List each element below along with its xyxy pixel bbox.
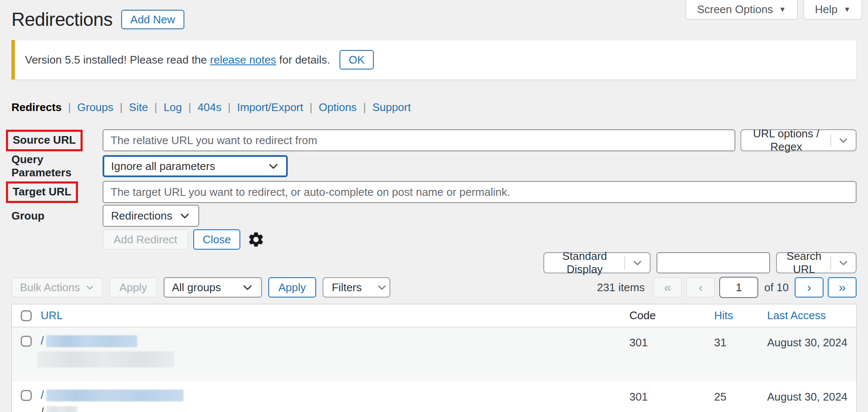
subnav-item-404s[interactable]: 404s xyxy=(198,101,221,114)
caret-down-icon: ▼ xyxy=(779,6,786,13)
last-page-button[interactable]: » xyxy=(828,277,857,298)
update-notice: Version 5.5 installed! Please read the r… xyxy=(11,40,857,80)
target-url-text: / xyxy=(41,406,629,412)
bulk-actions-label: Bulk Actions xyxy=(20,281,80,294)
select-all-checkbox[interactable] xyxy=(21,310,32,321)
settings-gear-icon[interactable] xyxy=(247,231,265,248)
filters-button[interactable]: Filters xyxy=(323,277,390,298)
pagination: 231 items « ‹ of 10 › » xyxy=(597,277,857,298)
group-filter-select[interactable]: All groups xyxy=(164,277,262,298)
search-input[interactable] xyxy=(657,252,770,273)
query-parameters-value: Ignore all parameters xyxy=(111,160,215,173)
first-page-button[interactable]: « xyxy=(653,277,682,298)
chevron-down-icon xyxy=(179,210,191,222)
subnav-item-groups[interactable]: Groups xyxy=(77,101,113,114)
subnav-separator: | xyxy=(363,101,366,114)
page-title: Redirections xyxy=(11,9,113,30)
subnav-separator: | xyxy=(228,101,231,114)
add-redirect-form: Source URL URL options / Regex Query Par… xyxy=(11,129,857,250)
query-parameters-label: Query Parameters xyxy=(11,153,72,179)
prev-page-button[interactable]: ‹ xyxy=(686,277,715,298)
group-label: Group xyxy=(11,209,45,222)
chevron-down-icon xyxy=(370,282,394,293)
filters-label: Filters xyxy=(332,281,362,294)
group-select[interactable]: Redirections xyxy=(103,205,199,227)
target-url-text xyxy=(41,351,629,367)
notice-text-after: for details. xyxy=(276,53,330,66)
row-code: 301 xyxy=(629,327,714,349)
redacted-target-url xyxy=(46,406,78,412)
display-mode-button[interactable]: Standard Display xyxy=(543,252,651,273)
row-hits: 31 xyxy=(714,327,767,349)
column-header-url[interactable]: URL xyxy=(41,309,63,322)
form-buttons-row: Add Redirect Close xyxy=(11,229,857,250)
row-checkbox[interactable] xyxy=(21,336,32,347)
redacted-source-url xyxy=(46,390,184,401)
url-options-label: URL options / Regex xyxy=(750,127,823,153)
release-notes-link[interactable]: release notes xyxy=(210,53,276,66)
row-last-access: August 30, 2024 xyxy=(767,381,856,404)
row-checkbox[interactable] xyxy=(21,390,32,401)
table-row: / / 301 25 August 30, 2024 xyxy=(12,381,856,412)
subnav-separator: | xyxy=(154,101,157,114)
url-slash: / xyxy=(41,389,44,402)
chevron-down-icon xyxy=(831,135,856,146)
notice-text: Version 5.5 installed! Please read the r… xyxy=(25,53,330,67)
search-by-button[interactable]: Search URL xyxy=(776,252,857,273)
screen-options-button[interactable]: Screen Options ▼ xyxy=(686,0,798,19)
query-parameters-select[interactable]: Ignore all parameters xyxy=(103,155,288,177)
subnav-item-log[interactable]: Log xyxy=(164,101,182,114)
bulk-apply-button[interactable]: Apply xyxy=(109,277,157,298)
plugin-subnav: Redirects | Groups | Site | Log | 404s |… xyxy=(11,101,857,114)
help-button[interactable]: Help ▼ xyxy=(804,0,862,19)
next-page-button[interactable]: › xyxy=(795,277,823,298)
column-header-code: Code xyxy=(629,309,656,322)
bulk-actions-row: Bulk Actions Apply All groups Apply Filt… xyxy=(11,277,857,298)
redacted-target-url xyxy=(37,351,174,367)
target-url-input[interactable] xyxy=(103,181,857,203)
table-row: / 301 31 August 30, 2024 xyxy=(12,327,856,381)
target-url-label: Target URL xyxy=(6,181,78,203)
chevron-down-icon xyxy=(831,257,856,268)
row-hits: 25 xyxy=(714,381,767,404)
subnav-separator: | xyxy=(68,101,71,114)
row-code: 301 xyxy=(629,381,714,404)
top-tabs: Screen Options ▼ Help ▼ xyxy=(686,0,862,19)
subnav-item-site[interactable]: Site xyxy=(129,101,148,114)
query-parameters-row: Query Parameters Ignore all parameters xyxy=(11,153,857,179)
chevron-down-icon xyxy=(242,281,253,293)
redirection-admin-page: Screen Options ▼ Help ▼ Redirections Add… xyxy=(0,0,868,412)
close-button[interactable]: Close xyxy=(193,229,240,250)
chevron-down-icon xyxy=(267,160,279,172)
subnav-item-redirects[interactable]: Redirects xyxy=(11,101,62,114)
row-last-access: August 30, 2024 xyxy=(767,327,856,349)
source-url-link[interactable]: / xyxy=(41,389,629,402)
items-count: 231 items xyxy=(597,281,645,294)
column-header-last-access[interactable]: Last Access xyxy=(767,309,826,322)
table-header-row: URL Code Hits Last Access xyxy=(12,304,856,327)
redacted-source-url xyxy=(46,335,137,347)
display-mode-label: Standard Display xyxy=(553,250,617,276)
url-slash: / xyxy=(41,334,44,348)
subnav-item-options[interactable]: Options xyxy=(319,101,357,114)
notice-ok-button[interactable]: OK xyxy=(339,50,374,70)
current-page-input[interactable] xyxy=(719,277,758,298)
source-url-link[interactable]: / xyxy=(41,334,629,348)
subnav-item-import-export[interactable]: Import/Export xyxy=(237,101,303,114)
url-options-button[interactable]: URL options / Regex xyxy=(740,129,857,151)
total-pages-label: of 10 xyxy=(764,281,789,294)
bulk-actions-select[interactable]: Bulk Actions xyxy=(11,277,103,298)
redirects-table: URL Code Hits Last Access / 301 31 Augus… xyxy=(11,304,857,412)
url-slash: / xyxy=(41,406,44,412)
add-redirect-button[interactable]: Add Redirect xyxy=(103,229,188,250)
add-new-button[interactable]: Add New xyxy=(121,10,185,29)
subnav-item-support[interactable]: Support xyxy=(372,101,411,114)
filter-apply-button[interactable]: Apply xyxy=(268,277,316,298)
group-value: Redirections xyxy=(111,209,172,223)
subnav-separator: | xyxy=(188,101,191,114)
column-header-hits[interactable]: Hits xyxy=(714,309,733,322)
group-filter-value: All groups xyxy=(172,281,221,294)
source-url-input[interactable] xyxy=(103,129,735,151)
subnav-separator: | xyxy=(309,101,312,114)
display-search-controls: Standard Display Search URL xyxy=(11,252,857,273)
